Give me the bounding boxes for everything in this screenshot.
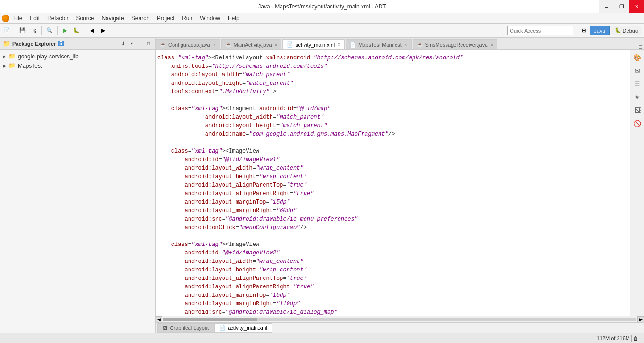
tab-label: MapsTest Manifest xyxy=(358,42,402,48)
image-icon[interactable]: 🖼 xyxy=(632,105,643,116)
gc-button[interactable]: 🗑 xyxy=(631,335,640,342)
bottom-tab-graphical-layout[interactable]: 🖼Graphical Layout xyxy=(157,323,214,333)
code-line: android:layout_marginTop="15dp" xyxy=(157,198,626,206)
scroll-left-button[interactable]: ◀ xyxy=(156,316,162,323)
toolbar: 📄 💾 🖨 🔍 ▶ 🐛 ◀ ▶ ⊞ Java 🐛 Debug xyxy=(0,24,644,38)
tab-close-button[interactable]: × xyxy=(338,42,340,47)
print-button[interactable]: 🖨 xyxy=(29,25,39,36)
code-line: android:layout_height="wrap_content" xyxy=(157,172,626,181)
perspective-buttons: ⊞ Java 🐛 Debug xyxy=(578,25,642,36)
code-line: android:layout_width="match_parent" xyxy=(157,113,626,122)
star-icon[interactable]: ★ xyxy=(632,91,643,103)
bottom-tab-label: Graphical Layout xyxy=(170,325,209,331)
editor-tab-mapstest-manifest[interactable]: 📄MapsTest Manifest× xyxy=(346,39,412,49)
perspective-layout-button[interactable]: ⊞ xyxy=(578,25,589,36)
code-line: android:layout_marginRight="60dp" xyxy=(157,206,626,215)
memory-text: 112M of 216M xyxy=(597,335,630,341)
java-perspective-button[interactable]: Java xyxy=(590,26,609,35)
eclipse-logo xyxy=(2,15,9,22)
menu-item-source[interactable]: Source xyxy=(72,14,98,23)
menu-item-project[interactable]: Project xyxy=(153,14,178,23)
bottom-tab-activity-main-xml[interactable]: 📄activity_main.xml xyxy=(214,323,272,333)
palette-icon[interactable]: 🎨 xyxy=(632,52,643,63)
tab-label: MainActivity.java xyxy=(234,42,272,48)
debug-icon: 🐛 xyxy=(615,27,621,33)
run-button[interactable]: ▶ xyxy=(60,25,70,36)
package-tree: ▶ 📁 google-play-services_lib ▶ 📁 MapsTes… xyxy=(0,50,155,333)
tab-close-button[interactable]: × xyxy=(213,42,216,48)
tree-item-mapstest[interactable]: ▶ 📁 MapsTest xyxy=(0,61,155,71)
package-explorer-title: Package Explorer xyxy=(12,41,56,47)
editor-tab-configuracao-java[interactable]: ☕Configuracao.java× xyxy=(156,39,220,49)
separator-3 xyxy=(57,26,58,35)
statusbar: 112M of 216M 🗑 xyxy=(0,333,644,343)
no-entry-icon[interactable]: 🚫 xyxy=(632,118,643,129)
menu-item-edit[interactable]: Edit xyxy=(26,14,43,23)
tab-icon: ☕ xyxy=(225,42,232,48)
pe-menu-button[interactable]: ▾ xyxy=(128,40,135,48)
tab-close-button[interactable]: × xyxy=(490,42,493,48)
editor-maximize-button[interactable]: □ xyxy=(639,44,642,49)
code-scroll-area[interactable]: class="xml-tag"><RelativeLayout xmlns:an… xyxy=(156,50,630,316)
menu-item-file[interactable]: File xyxy=(9,14,26,23)
menubar: FileEditRefactorSourceNavigateSearchProj… xyxy=(0,13,644,24)
menu-item-refactor[interactable]: Refactor xyxy=(43,14,72,23)
debug-label: Debug xyxy=(623,28,638,33)
tab-controls: _□ xyxy=(635,44,644,49)
code-line: android:layout_height="match_parent" xyxy=(157,122,626,130)
layers-icon[interactable]: ☰ xyxy=(632,78,643,90)
h-scroll-thumb[interactable] xyxy=(163,318,257,321)
save-button[interactable]: 💾 xyxy=(17,25,28,36)
title-text: Java - MapsTest/res/layout/activity_main… xyxy=(258,3,386,10)
new-button[interactable]: 📄 xyxy=(2,25,12,36)
pe-maximize-button[interactable]: □ xyxy=(145,40,152,48)
editor-tab-activity-main-xml[interactable]: 📄activity_main.xml× xyxy=(282,39,345,49)
tree-item-google-play[interactable]: ▶ 📁 google-play-services_lib xyxy=(0,52,155,61)
menu-item-help[interactable]: Help xyxy=(224,14,243,23)
code-line: android:layout_height="wrap_content" xyxy=(157,266,626,274)
menu-item-navigate[interactable]: Navigate xyxy=(98,14,127,23)
pe-collapse-button[interactable]: ⬇ xyxy=(119,40,127,48)
email-icon[interactable]: ✉ xyxy=(632,65,643,76)
tab-close-button[interactable]: × xyxy=(275,42,278,48)
code-line: android:layout_height="match_parent" xyxy=(157,79,626,88)
restore-button[interactable]: ❐ xyxy=(614,0,629,13)
code-line: android:id="@+id/imageView2" xyxy=(157,249,626,257)
separator-6 xyxy=(576,26,576,35)
bottom-tab-icon: 📄 xyxy=(219,325,226,331)
editor-tab-smsmessagereceiver-java[interactable]: ☕SmsMessageReceiver.java× xyxy=(413,39,498,49)
titlebar: Java - MapsTest/res/layout/activity_main… xyxy=(0,0,644,13)
menu-item-search[interactable]: Search xyxy=(128,14,153,23)
code-line: class="xml-tag"><RelativeLayout xmlns:an… xyxy=(157,54,626,62)
separator-5 xyxy=(111,26,111,35)
code-line: class="xml-tag"><ImageView xyxy=(157,147,626,155)
search-button[interactable]: 🔍 xyxy=(44,25,55,36)
bottom-tab-icon: 🖼 xyxy=(163,325,168,331)
quick-access-input[interactable] xyxy=(507,26,573,35)
debug-run-button[interactable]: 🐛 xyxy=(71,25,82,36)
scroll-right-button[interactable]: ▶ xyxy=(637,316,644,323)
pe-minimize-button[interactable]: _ xyxy=(136,40,144,48)
close-button[interactable]: ✕ xyxy=(629,0,644,13)
editor-tab-mainactivity-java[interactable]: ☕MainActivity.java× xyxy=(221,39,282,49)
editor-minimize-button[interactable]: _ xyxy=(635,44,638,49)
horizontal-scrollbar[interactable]: ◀ ▶ xyxy=(156,316,644,322)
code-line: android:name="com.google.android.gms.map… xyxy=(157,130,626,139)
back-button[interactable]: ◀ xyxy=(87,25,97,36)
forward-button[interactable]: ▶ xyxy=(98,25,108,36)
memory-status: 112M of 216M 🗑 xyxy=(597,335,640,342)
tree-label-1: google-play-services_lib xyxy=(18,53,79,60)
tab-icon: 📄 xyxy=(287,41,293,48)
h-scroll-track xyxy=(163,318,636,321)
tab-close-button[interactable]: × xyxy=(405,42,407,48)
code-line: android:layout_alignParentRight="true" xyxy=(157,189,626,198)
sidebar: 📁 Package Explorer 5 ⬇ ▾ _ □ ▶ 📁 google-… xyxy=(0,38,156,333)
editor-and-sidebar: class="xml-tag"><RelativeLayout xmlns:an… xyxy=(156,50,644,316)
debug-perspective-button[interactable]: 🐛 Debug xyxy=(611,26,642,35)
code-line: android:onClick="menuConfiguracao"/> xyxy=(157,223,626,232)
code-line xyxy=(157,232,626,240)
menu-item-run[interactable]: Run xyxy=(178,14,196,23)
menu-item-window[interactable]: Window xyxy=(196,14,224,23)
tree-arrow-1: ▶ xyxy=(3,54,8,59)
minimize-button[interactable]: – xyxy=(599,0,614,13)
